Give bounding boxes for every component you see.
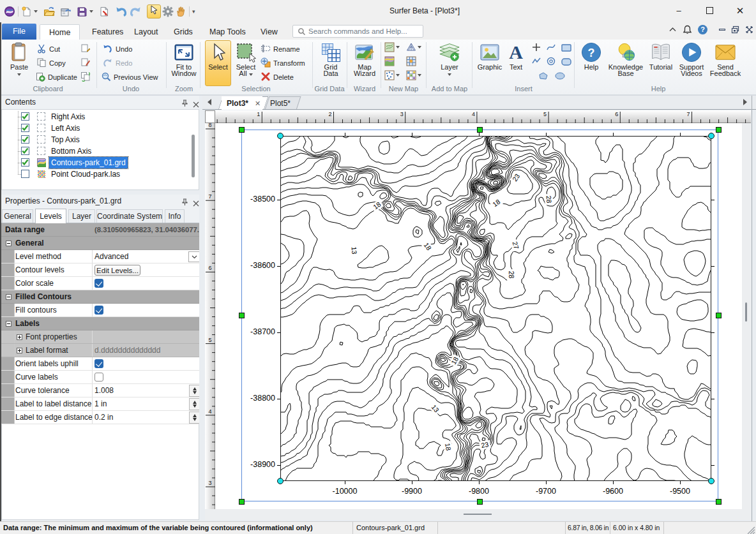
- svg-text:4: 4: [472, 111, 475, 117]
- svg-text:1: 1: [257, 111, 260, 117]
- svg-text:4: 4: [208, 408, 211, 415]
- svg-text:?: ?: [588, 47, 595, 59]
- svg-text:2: 2: [328, 111, 331, 117]
- svg-text:5: 5: [208, 337, 211, 343]
- svg-text:3: 3: [400, 111, 404, 117]
- svg-text:6: 6: [208, 265, 211, 271]
- svg-text:7: 7: [208, 193, 211, 200]
- svg-text:3: 3: [208, 480, 211, 486]
- svg-text:8: 8: [208, 123, 211, 128]
- svg-text:7: 7: [686, 111, 690, 117]
- svg-text:5: 5: [543, 111, 547, 117]
- svg-text:6: 6: [615, 111, 618, 117]
